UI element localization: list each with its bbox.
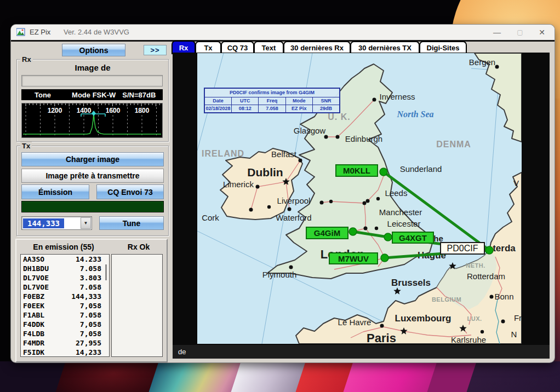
tab-30-derni-res-rx[interactable]: 30 dernières Rx <box>283 41 351 54</box>
station-freq: 3.803 <box>80 273 101 283</box>
station-call: DH1BDU <box>23 264 49 273</box>
window-title: EZ Pix <box>30 28 50 36</box>
station-freq: 14.233 <box>76 255 101 264</box>
maximize-button[interactable]: ▢ <box>511 25 529 40</box>
spectrum-plot: 1200140016001800 <box>22 103 162 137</box>
titlebar[interactable]: EZ Pix Ver. 2.44 de W3VVG — ▢ ✕ <box>11 25 555 40</box>
status-text: de <box>178 348 186 356</box>
tab-tx[interactable]: Tx <box>195 41 221 54</box>
tune-marker-icon <box>92 111 96 116</box>
val-utc: 08:12 <box>232 105 259 112</box>
frequency-combobox[interactable]: 144,333 ▼ <box>21 216 92 230</box>
station-row[interactable]: F4LDB7,058 <box>21 329 109 338</box>
rx-group-legend: Rx <box>20 55 33 64</box>
col-snr: SNR <box>313 97 339 105</box>
station-call: AA3SO <box>23 255 44 264</box>
station-freq: 7,058 <box>80 329 101 338</box>
station-freq: 7,058 <box>80 320 101 329</box>
confirmation-title: PD0CIF confirms image from G4GIM <box>205 89 339 97</box>
tab-cq-73[interactable]: CQ 73 <box>221 41 254 54</box>
tx-stations-list[interactable]: AA3SO14.233DH1BDU7.058DL7VOE3.803DL7VOE7… <box>20 254 110 357</box>
callsign-box-m7wuv[interactable]: M7WUV <box>329 252 378 264</box>
station-row[interactable]: AA3SO14.233 <box>21 255 109 264</box>
tab-text[interactable]: Text <box>254 41 284 54</box>
map-view[interactable]: BergenInvernessU. K.North SeaGlasgowEdin… <box>197 53 522 344</box>
station-row[interactable]: F1ABL7.058 <box>21 310 109 320</box>
confirmation-values: 02/18/2028 08:12 7.058 EZ Pix 29dB <box>205 105 339 112</box>
station-call: F0EBZ <box>23 292 44 301</box>
spectrum-tick-label: 1400 <box>77 107 92 114</box>
stations-panel: En emission (55) Rx Ok AA3SO14.233DH1BDU… <box>15 239 168 362</box>
title-separator <box>11 40 555 42</box>
station-call: DL7VOE <box>23 273 49 283</box>
expand-button[interactable]: >> <box>144 45 167 55</box>
spectrum-trace <box>23 113 161 134</box>
val-freq: 7.058 <box>259 105 285 112</box>
tab-30-derni-res-tx[interactable]: 30 dernières TX <box>350 41 420 54</box>
mode-label: Mode FSK-W <box>72 91 116 99</box>
wallpaper-shape <box>464 361 560 392</box>
station-row[interactable]: F0EEK7,058 <box>21 301 109 310</box>
close-button[interactable]: ✕ <box>533 25 551 40</box>
callsign-box-g4xgt[interactable]: G4XGT <box>392 232 434 244</box>
station-freq: 7.058 <box>80 283 101 292</box>
station-row[interactable]: DH1BDU7.058 <box>21 264 109 273</box>
station-row[interactable]: DL7VOE7.058 <box>21 283 109 292</box>
station-row[interactable]: F4MDR27,955 <box>21 338 109 348</box>
rx-list-header: Rx Ok <box>111 243 167 251</box>
station-freq: 27,955 <box>76 338 101 348</box>
station-call: F4DDK <box>23 320 44 329</box>
station-freq: 14,233 <box>76 348 101 357</box>
emission-button[interactable]: Émission <box>21 185 89 199</box>
station-row[interactable]: F0EBZ144,333 <box>21 292 109 301</box>
cq-envoi-73-button[interactable]: CQ Envoi 73 <box>96 185 164 199</box>
window-subtitle: Ver. 2.44 de W3VVG <box>64 28 129 36</box>
spectrum-tick-label: 1600 <box>106 107 121 114</box>
image-de-label: Image de <box>17 63 168 72</box>
col-mode: Mode <box>286 97 313 105</box>
load-image-button[interactable]: Charger image <box>21 152 164 166</box>
image-de-field[interactable] <box>21 75 163 87</box>
station-call: F0EEK <box>23 301 44 310</box>
callsign-box-g4gim[interactable]: G4GiM <box>306 227 348 239</box>
station-freq: 7.058 <box>80 310 101 320</box>
tone-label: Tone <box>35 91 51 99</box>
val-snr: 29dB <box>313 105 339 112</box>
col-utc: UTC <box>232 97 259 105</box>
frequency-value: 144,333 <box>23 218 64 228</box>
minimize-button[interactable]: — <box>488 25 506 40</box>
app-icon <box>16 28 25 37</box>
station-call: F4LDB <box>23 329 44 338</box>
rx-ok-list[interactable] <box>111 254 163 357</box>
station-call: DL7VOE <box>23 283 49 292</box>
spectrum-tick-label: 1200 <box>48 107 62 114</box>
image-ready-button[interactable]: Image prête à transmettre <box>21 169 164 183</box>
station-row[interactable]: F4DDK7,058 <box>21 320 109 329</box>
tx-list-header: En emission (55) <box>16 243 111 251</box>
station-freq: 7.058 <box>80 264 101 273</box>
station-call: F4MDR <box>23 338 44 348</box>
station-freq: 7,058 <box>80 301 101 310</box>
col-freq: Freq <box>259 97 285 105</box>
desktop: { "window": { "title": "EZ Pix", "subtit… <box>0 0 560 392</box>
combo-dropdown-icon[interactable]: ▼ <box>81 217 91 229</box>
tune-button[interactable]: Tune <box>99 216 164 230</box>
callsign-box-m0kll[interactable]: M0KLL <box>335 164 378 177</box>
rx-group: Rx Image de Tone Mode FSK-W S/N=87dB 120… <box>16 59 169 142</box>
tx-group-legend: Tx <box>20 142 32 150</box>
snr-label: S/N=87dB <box>122 91 156 99</box>
callsign-box-pd0cif[interactable]: PD0CIF <box>440 242 485 255</box>
rx-tab-panel: BergenInvernessU. K.North SeaGlasgowEdin… <box>173 53 550 359</box>
tab-digi-sites[interactable]: Digi-Sites <box>419 41 467 54</box>
station-call: F1ABL <box>23 310 44 320</box>
tone-mode-bar: Tone Mode FSK-W S/N=87dB <box>21 89 163 100</box>
ezpix-window: EZ Pix Ver. 2.44 de W3VVG — ▢ ✕ Options … <box>11 25 555 362</box>
station-row[interactable]: DL7VOE3.803 <box>21 273 109 283</box>
spectrum-display: 1200140016001800 <box>21 103 163 138</box>
col-date: Date <box>205 97 232 105</box>
options-button[interactable]: Options <box>62 44 125 56</box>
confirmation-headers: Date UTC Freq Mode SNR <box>205 97 339 105</box>
station-row[interactable]: F5IDK14,233 <box>21 348 109 357</box>
scrollbar-thumb[interactable] <box>105 264 107 280</box>
desktop-wallpaper <box>0 361 560 392</box>
